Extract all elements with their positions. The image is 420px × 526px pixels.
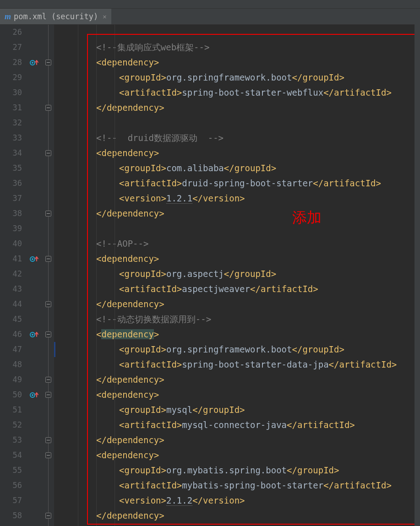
window-toolbar [0,0,420,9]
fold-toggle-icon[interactable] [45,105,51,111]
code-line: <artifactId>aspectjweaver</artifactId> [58,282,420,297]
code-line: </dependency> [58,297,420,312]
code-line: </dependency> [58,508,420,523]
code-line: <version>2.1.2</version> [58,493,420,508]
line-number: 41 [0,251,27,266]
line-number: 40 [0,236,27,251]
fold-column [44,25,54,526]
line-number: 37 [0,191,27,206]
code-line: <groupId>org.springframework.boot</group… [58,342,420,357]
line-number: 44 [0,297,27,312]
line-number: 51 [0,402,27,418]
fold-toggle-icon[interactable] [45,60,51,65]
code-line: <groupId>org.mybatis.spring.boot</groupI… [58,463,420,478]
code-line: <artifactId>mysql-connector-java</artifa… [58,418,420,433]
line-number: 30 [0,85,27,100]
line-number: 28 [0,55,27,70]
line-number: 49 [0,372,27,387]
fold-toggle-icon[interactable] [45,437,51,443]
code-line: <!--动态切换数据源用到--> [58,312,420,327]
code-line [58,25,420,40]
line-number: 45 [0,312,27,327]
line-number: 38 [0,206,27,221]
fold-toggle-icon[interactable] [45,211,51,217]
gutter-marker-column [27,25,44,526]
code-line: <artifactId>mybatis-spring-boot-starter<… [58,478,420,493]
line-number: 43 [0,282,27,297]
fold-toggle-icon[interactable] [45,150,51,156]
line-number: 48 [0,357,27,372]
line-number: 27 [0,40,27,55]
fold-toggle-icon[interactable] [45,256,51,262]
code-line: <groupId>mysql</groupId> [58,402,420,418]
code-line: <groupId>org.springframework.boot</group… [58,70,420,85]
code-line: <groupId>org.aspectj</groupId> [58,266,420,282]
line-number: 42 [0,266,27,282]
code-line: <groupId>com.alibaba</groupId> [58,161,420,176]
code-line: <artifactId>spring-boot-starter-webflux<… [58,85,420,100]
gutter-run-marker-icon[interactable] [28,58,41,67]
line-number: 29 [0,70,27,85]
code-line: <dependency> [58,55,420,70]
line-number: 26 [0,25,27,40]
line-number: 54 [0,448,27,463]
code-line: <artifactId>druid-spring-boot-starter</a… [58,176,420,191]
line-number: 33 [0,130,27,146]
line-number: 46 [0,327,27,342]
line-number: 36 [0,176,27,191]
code-line: </dependency> [58,433,420,448]
code-line: <dependency> [58,327,420,342]
gutter-run-marker-icon[interactable] [28,255,41,264]
code-editor[interactable]: <!--集成响应式web框架--> <dependency> <groupId>… [54,25,420,526]
svg-point-7 [32,394,33,396]
line-number: 52 [0,418,27,433]
editor-tab-bar: m pom.xml (security) ✕ [0,9,420,25]
code-line: <version>1.2.1</version> [58,191,420,206]
svg-point-1 [32,62,33,64]
line-number: 50 [0,387,27,402]
code-line: <!--集成响应式web框架--> [58,40,420,55]
fold-toggle-icon[interactable] [45,452,51,458]
svg-point-5 [32,334,33,336]
fold-toggle-icon[interactable] [45,331,51,337]
editor-tab-pom[interactable]: m pom.xml (security) ✕ [0,9,111,24]
code-line: <!-- druid数据源驱动 --> [58,130,420,146]
code-line: <dependency> [58,146,420,161]
line-number: 39 [0,221,27,236]
line-number: 53 [0,433,27,448]
line-number: 34 [0,146,27,161]
fold-toggle-icon[interactable] [45,513,51,519]
editor-tab-label: pom.xml (security) [14,12,98,21]
line-number-gutter: 2627282930313233343536373839404142434445… [0,25,27,526]
code-line: <dependency> [58,448,420,463]
line-number: 47 [0,342,27,357]
code-line: </dependency> [58,100,420,115]
line-number: 57 [0,493,27,508]
code-line: <!--AOP--> [58,236,420,251]
code-line: <dependency> [58,251,420,266]
line-number: 55 [0,463,27,478]
gutter-run-marker-icon[interactable] [28,390,41,400]
line-number: 58 [0,508,27,523]
code-line: </dependency> [58,206,420,221]
gutter-run-marker-icon[interactable] [28,330,41,339]
editor-scrollbar[interactable] [415,24,420,526]
editor-area: 2627282930313233343536373839404142434445… [0,25,420,526]
code-line: </dependency> [58,372,420,387]
maven-file-icon: m [5,12,11,22]
fold-toggle-icon[interactable] [45,377,51,383]
line-number: 56 [0,478,27,493]
line-number: 31 [0,100,27,115]
code-line: <artifactId>spring-boot-starter-data-jpa… [58,357,420,372]
fold-toggle-icon[interactable] [45,392,51,398]
close-tab-icon[interactable]: ✕ [103,13,106,20]
fold-toggle-icon[interactable] [45,301,51,307]
line-number: 35 [0,161,27,176]
caret-line-indicator [54,342,55,357]
code-line [58,115,420,130]
code-line: <dependency> [58,387,420,402]
svg-point-3 [32,258,33,260]
code-line [58,221,420,236]
line-number: 32 [0,115,27,130]
